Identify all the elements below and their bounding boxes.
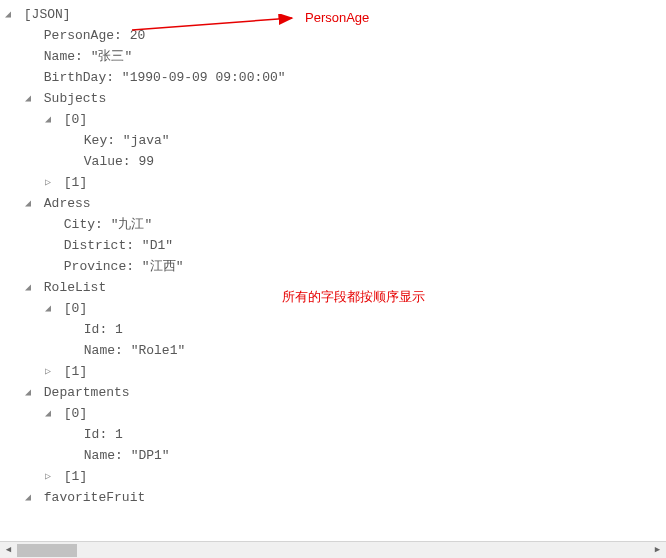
key: District [64,238,126,253]
chevron-down-icon[interactable]: ◢ [22,277,34,298]
index-label: [0] [64,406,87,421]
horizontal-scrollbar[interactable]: ◀ ▶ [0,541,666,558]
key: Adress [44,196,91,211]
value: 1 [115,322,123,337]
index-label: [1] [64,175,87,190]
scroll-right-icon[interactable]: ▶ [649,542,666,558]
chevron-down-icon[interactable]: ◢ [42,298,54,319]
value: 20 [130,28,146,43]
value: "九江" [111,217,153,232]
no-toggle: • [22,46,34,67]
value: 1 [115,427,123,442]
key: Id [84,322,100,337]
no-toggle: • [62,340,74,361]
no-toggle: • [42,214,54,235]
value: "张三" [91,49,133,64]
node-birthday[interactable]: • BirthDay: "1990-09-09 09:00:00" [0,67,666,88]
chevron-right-icon[interactable]: ▷ [42,466,54,487]
node-subjects[interactable]: ◢ Subjects [0,88,666,109]
value: 99 [138,154,154,169]
node-rolelist-0-id[interactable]: • Id: 1 [0,319,666,340]
node-departments-0-id[interactable]: • Id: 1 [0,424,666,445]
key: Departments [44,385,130,400]
node-subjects-0-key[interactable]: • Key: "java" [0,130,666,151]
node-rolelist-1[interactable]: ▷ [1] [0,361,666,382]
chevron-down-icon[interactable]: ◢ [42,403,54,424]
index-label: [1] [64,364,87,379]
chevron-down-icon[interactable]: ◢ [22,88,34,109]
key: Name [44,49,75,64]
value: "江西" [142,259,184,274]
node-province[interactable]: • Province: "江西" [0,256,666,277]
key: RoleList [44,280,106,295]
no-toggle: • [62,319,74,340]
key: Subjects [44,91,106,106]
node-departments-0-name[interactable]: • Name: "DP1" [0,445,666,466]
scroll-thumb[interactable] [17,544,77,557]
key: City [64,217,95,232]
chevron-right-icon[interactable]: ▷ [42,361,54,382]
no-toggle: • [22,67,34,88]
node-name[interactable]: • Name: "张三" [0,46,666,67]
chevron-down-icon[interactable]: ◢ [22,487,34,508]
node-favoritefruit[interactable]: ◢ favoriteFruit [0,487,666,508]
node-departments-0[interactable]: ◢ [0] [0,403,666,424]
value: "DP1" [131,448,170,463]
no-toggle: • [42,256,54,277]
key: Province [64,259,126,274]
chevron-right-icon[interactable]: ▷ [42,172,54,193]
node-address[interactable]: ◢ Adress [0,193,666,214]
node-subjects-0[interactable]: ◢ [0] [0,109,666,130]
annotation-personage: PersonAge [305,10,369,25]
no-toggle: • [62,151,74,172]
chevron-down-icon[interactable]: ◢ [42,109,54,130]
index-label: [0] [64,301,87,316]
node-departments-1[interactable]: ▷ [1] [0,466,666,487]
no-toggle: • [62,424,74,445]
json-tree: ◢ [JSON] • PersonAge: 20 • Name: "张三" • … [0,0,666,512]
node-departments[interactable]: ◢ Departments [0,382,666,403]
chevron-down-icon[interactable]: ◢ [22,193,34,214]
key: Key [84,133,107,148]
annotation-sortnote: 所有的字段都按顺序显示 [282,288,425,306]
root-label: [JSON] [24,7,71,22]
key: PersonAge [44,28,114,43]
key: favoriteFruit [44,490,145,505]
no-toggle: • [62,445,74,466]
key: BirthDay [44,70,106,85]
value: "1990-09-09 09:00:00" [122,70,286,85]
index-label: [1] [64,469,87,484]
scroll-left-icon[interactable]: ◀ [0,542,17,558]
no-toggle: • [62,130,74,151]
chevron-down-icon[interactable]: ◢ [22,382,34,403]
node-district[interactable]: • District: "D1" [0,235,666,256]
no-toggle: • [42,235,54,256]
key: Id [84,427,100,442]
node-rolelist-0-name[interactable]: • Name: "Role1" [0,340,666,361]
key: Value [84,154,123,169]
node-city[interactable]: • City: "九江" [0,214,666,235]
value: "Role1" [131,343,186,358]
value: "D1" [142,238,173,253]
node-subjects-1[interactable]: ▷ [1] [0,172,666,193]
no-toggle: • [22,25,34,46]
index-label: [0] [64,112,87,127]
node-subjects-0-value[interactable]: • Value: 99 [0,151,666,172]
chevron-down-icon[interactable]: ◢ [2,4,14,25]
key: Name [84,343,115,358]
node-personage[interactable]: • PersonAge: 20 [0,25,666,46]
value: "java" [123,133,170,148]
key: Name [84,448,115,463]
